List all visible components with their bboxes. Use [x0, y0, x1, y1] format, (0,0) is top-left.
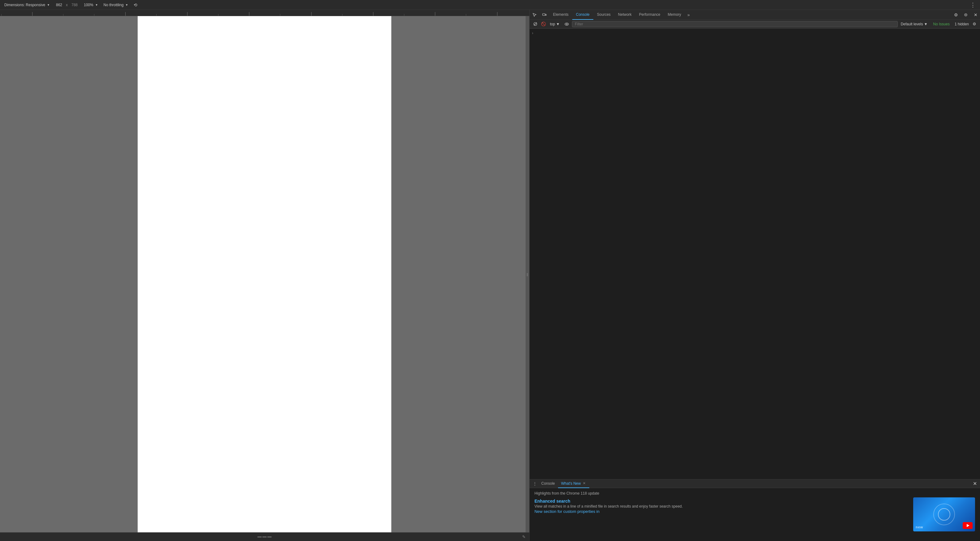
block-expression-button[interactable]: 🚫	[540, 21, 547, 27]
console-settings-button[interactable]: ⚙	[971, 21, 977, 27]
resize-handle[interactable]: ‖	[526, 16, 529, 532]
eye-button[interactable]	[563, 22, 571, 26]
svg-point-7	[566, 24, 567, 25]
ruler-tick	[342, 14, 373, 16]
drawer-tab-whats-new[interactable]: What's New ✕	[558, 479, 590, 488]
ruler-tick	[187, 12, 218, 16]
zoom-selector[interactable]: 100% ▼	[82, 2, 100, 8]
ruler-tick	[218, 14, 249, 16]
context-selector[interactable]: top ▼	[548, 21, 562, 27]
svg-rect-0	[542, 14, 545, 16]
drawer-more-button[interactable]: ⋮	[531, 481, 538, 487]
inspect-element-icon[interactable]	[530, 11, 539, 19]
svg-rect-1	[546, 14, 546, 16]
size-separator: x	[66, 3, 68, 7]
drawer-tabs-bar: ⋮ Console What's New ✕ ✕	[530, 479, 980, 488]
ruler-tick	[373, 12, 404, 16]
bottom-bar-lines	[258, 537, 272, 537]
edit-icon[interactable]: ✎	[522, 535, 526, 539]
ruler-tick	[32, 12, 63, 16]
ruler-tick	[311, 12, 342, 16]
ruler-tick	[125, 12, 156, 16]
ruler-tick	[156, 14, 187, 16]
video-thumbnail[interactable]: new	[913, 497, 975, 531]
ruler-tick	[63, 14, 94, 16]
ruler-tick	[466, 14, 497, 16]
zoom-arrow: ▼	[95, 3, 98, 6]
ruler-tick	[1, 14, 32, 16]
tab-settings-area: ⚙ ✕	[951, 11, 980, 19]
bottom-bar-line	[262, 537, 267, 537]
devtools-tabs-bar: Elements Console Sources Network Perform…	[530, 10, 980, 20]
drawer-text-col: Enhanced search View all matches in a li…	[535, 497, 910, 514]
new-badge: new	[916, 525, 923, 529]
ruler-tick	[497, 12, 528, 16]
drawer-content: Highlights from the Chrome 118 update En…	[530, 488, 980, 541]
settings-button[interactable]: ⚙	[951, 11, 960, 19]
drawer-close-button[interactable]: ✕	[971, 481, 978, 487]
dimensions-selector[interactable]: Dimensions: Responsive ▼	[3, 2, 52, 8]
ruler-tick	[249, 12, 280, 16]
console-toolbar: 🚫 top ▼ Default levels ▼ No Issues 1 hid…	[530, 20, 980, 29]
resize-dots: ‖	[526, 273, 529, 275]
console-prompt-line: ›	[530, 29, 980, 37]
ruler-tick	[94, 14, 125, 16]
play-icon	[967, 524, 969, 527]
bottom-bar-line	[258, 537, 262, 537]
ruler-tick	[435, 12, 466, 16]
ruler-ticks	[0, 10, 529, 16]
height-input[interactable]	[69, 3, 80, 7]
svg-point-6	[565, 23, 569, 25]
whats-new-drawer: ⋮ Console What's New ✕ ✕ Highlights from…	[530, 479, 980, 541]
console-main: ›	[530, 29, 980, 479]
context-arrow: ▼	[556, 22, 560, 26]
browser-area: ‖ ✎	[0, 10, 529, 541]
devtools-panel: Elements Console Sources Network Perform…	[529, 10, 980, 541]
tab-sources[interactable]: Sources	[593, 10, 614, 20]
more-button[interactable]: ⋮	[968, 1, 977, 9]
context-label: top	[550, 22, 555, 26]
tab-console[interactable]: Console	[572, 10, 593, 20]
device-toolbar-icon[interactable]	[540, 11, 549, 19]
levels-arrow: ▼	[924, 22, 928, 26]
bottom-bar-line	[267, 537, 272, 537]
size-inputs: x	[54, 3, 80, 7]
tab-network[interactable]: Network	[614, 10, 635, 20]
drawer-headline: Highlights from the Chrome 118 update	[535, 491, 975, 495]
tab-elements[interactable]: Elements	[549, 10, 572, 20]
drawer-section1-desc: View all matches in a line of a minified…	[535, 504, 910, 509]
bottom-bar: ✎	[0, 532, 529, 541]
prompt-arrow: ›	[532, 31, 533, 35]
hidden-badge: 1 hidden	[953, 21, 970, 27]
main-layout: ‖ ✎	[0, 10, 980, 541]
drawer-section1: Enhanced search View all matches in a li…	[535, 497, 975, 531]
close-devtools-button[interactable]: ✕	[971, 11, 980, 19]
horizontal-ruler	[0, 10, 529, 16]
more-tabs-button[interactable]: »	[685, 10, 692, 20]
ruler-tick	[280, 14, 311, 16]
dimensions-label: Dimensions: Responsive	[4, 3, 45, 7]
drawer-section2-link[interactable]: New section for custom properties in	[535, 509, 910, 514]
focus-debuggee-button[interactable]	[961, 11, 970, 19]
video-play-button[interactable]	[963, 522, 972, 529]
filter-input[interactable]	[572, 21, 897, 27]
rotate-button[interactable]: ⟲	[132, 2, 139, 8]
levels-label: Default levels	[901, 22, 923, 26]
width-input[interactable]	[54, 3, 65, 7]
svg-point-3	[966, 14, 966, 15]
tab-performance[interactable]: Performance	[635, 10, 664, 20]
tab-memory[interactable]: Memory	[664, 10, 685, 20]
top-toolbar: Dimensions: Responsive ▼ x 100% ▼ No thr…	[0, 0, 980, 10]
throttling-selector[interactable]: No throttling ▼	[102, 2, 130, 8]
levels-selector[interactable]: Default levels ▼	[899, 21, 929, 27]
ruler-tick	[404, 14, 435, 16]
throttling-label: No throttling	[103, 3, 124, 7]
whats-new-close-tab-button[interactable]: ✕	[582, 481, 586, 485]
throttling-arrow: ▼	[125, 3, 128, 6]
video-circle-outer	[933, 504, 955, 525]
clear-console-button[interactable]	[532, 21, 539, 27]
no-issues-badge: No Issues	[931, 21, 952, 27]
viewport-container: ‖	[0, 16, 529, 532]
dimensions-arrow: ▼	[47, 3, 50, 6]
drawer-tab-console[interactable]: Console	[538, 479, 558, 488]
